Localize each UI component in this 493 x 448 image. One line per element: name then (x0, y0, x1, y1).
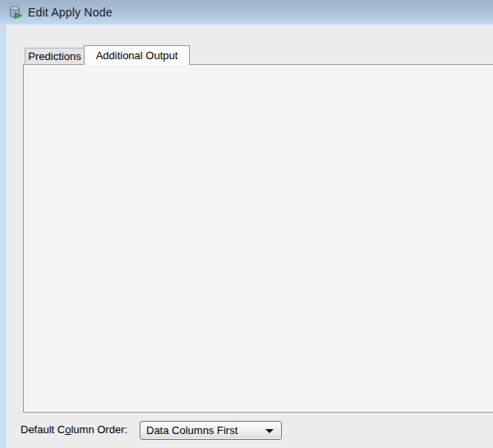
window-title: Edit Apply Node (28, 6, 113, 19)
tab-additional-output[interactable]: Additional Output (84, 45, 190, 65)
default-column-order-label: Default Column Order: (21, 423, 127, 436)
tab-predictions[interactable]: Predictions (25, 48, 85, 64)
window-titlebar: Edit Apply Node (0, 0, 493, 25)
dropdown-arrow-icon (265, 429, 274, 433)
apply-node-database-icon (7, 4, 24, 21)
label-prefix: Default C (21, 423, 65, 436)
tab-predictions-label: Predictions (28, 50, 81, 62)
label-suffix: lumn Order: (71, 423, 127, 436)
default-column-order-dropdown[interactable]: Data Columns First (140, 421, 282, 440)
dropdown-value: Data Columns First (146, 422, 237, 439)
tab-additional-output-label: Additional Output (96, 49, 178, 62)
tab-panel (23, 64, 493, 413)
window-left-border (0, 25, 7, 448)
